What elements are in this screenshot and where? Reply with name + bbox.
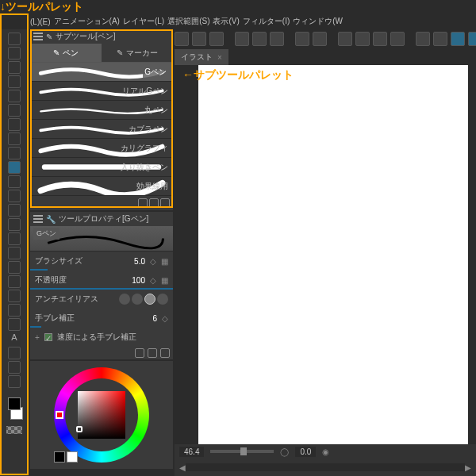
scroll-left-icon[interactable]: ◀ — [179, 463, 186, 472]
aa-strong-icon[interactable] — [157, 294, 168, 305]
stepper-icon[interactable]: ◇ — [150, 276, 156, 285]
snap2-icon[interactable] — [390, 32, 405, 46]
correct-line-tool[interactable] — [8, 361, 21, 374]
decoration-tool[interactable] — [8, 218, 21, 231]
brush-size-value[interactable]: 5.0 — [134, 257, 145, 266]
delete-icon[interactable] — [270, 32, 284, 46]
misc-tool[interactable] — [8, 375, 21, 388]
lasso-tool[interactable] — [8, 132, 21, 145]
menu-item[interactable]: 選択範囲(S) — [167, 16, 209, 27]
color-wheel[interactable] — [54, 367, 149, 463]
text-tool[interactable]: A — [8, 332, 21, 345]
reset-rotation-icon[interactable]: ◉ — [322, 447, 329, 456]
redo-icon[interactable] — [252, 32, 267, 46]
ruler-icon[interactable] — [416, 32, 430, 46]
pen-tool[interactable] — [8, 161, 21, 174]
frame-tool[interactable] — [8, 304, 21, 317]
auto-select-tool[interactable] — [8, 118, 21, 131]
aa-weak-icon[interactable] — [132, 294, 143, 305]
move-tool[interactable] — [8, 47, 21, 60]
blend-tool[interactable] — [8, 247, 21, 259]
gradient-tool[interactable] — [8, 275, 21, 288]
hue-cursor[interactable] — [56, 411, 63, 419]
zoom-value[interactable]: 46.4 — [179, 447, 204, 457]
stabilize-value[interactable]: 6 — [152, 314, 157, 323]
menu-item[interactable]: (L)(E) — [30, 17, 51, 26]
stepper-icon[interactable]: ◇ — [150, 257, 156, 266]
circle-icon[interactable]: ◯ — [280, 447, 289, 456]
snap-icon[interactable] — [373, 32, 387, 46]
layer-move-tool[interactable] — [8, 90, 21, 102]
asset-icon[interactable] — [313, 32, 327, 46]
zoom-slider[interactable] — [210, 450, 274, 453]
checkbox[interactable]: ✓ — [44, 333, 52, 341]
figure-tool[interactable] — [8, 290, 21, 302]
horizontal-scrollbar[interactable] — [186, 463, 465, 471]
aa-none-icon[interactable] — [119, 294, 130, 305]
stabilize-row[interactable]: 手ブレ補正 6 ◇ — [30, 309, 173, 328]
scroll-right-icon[interactable]: ▶ — [465, 463, 471, 472]
delete-subtool-icon[interactable] — [160, 198, 170, 208]
eraser-tool[interactable] — [8, 232, 21, 245]
wrench-icon[interactable] — [160, 348, 170, 358]
subtool-item-effectline[interactable]: 効果線用 — [30, 177, 173, 196]
brush-tool[interactable] — [8, 190, 21, 202]
expand-icon[interactable]: + — [35, 333, 40, 342]
perspective-icon[interactable] — [433, 32, 447, 46]
opacity-row[interactable]: 不透明度 100 ◇ ▦ — [30, 271, 173, 290]
zoom-tool[interactable] — [8, 33, 21, 45]
dynamics-icon[interactable]: ▦ — [161, 276, 168, 285]
marquee-tool[interactable] — [8, 104, 21, 117]
add-subtool-icon[interactable] — [149, 198, 159, 208]
tab-marker[interactable]: ✎ マーカー — [102, 44, 173, 63]
subtool-item-marupen[interactable]: 丸ペン — [30, 101, 173, 120]
ruler-tool[interactable] — [8, 318, 21, 331]
duplicate-subtool-icon[interactable] — [138, 198, 148, 208]
snap-grid-icon[interactable] — [468, 32, 476, 46]
opacity-value[interactable]: 100 — [132, 276, 145, 285]
menu-item[interactable]: アニメーション(A) — [54, 16, 120, 27]
pencil-tool[interactable] — [8, 175, 21, 188]
snap-ruler-icon[interactable] — [451, 32, 465, 46]
reset-icon[interactable] — [135, 348, 144, 358]
sub-color-swatch[interactable] — [67, 451, 78, 463]
dynamics-icon[interactable]: ▦ — [161, 257, 168, 266]
close-icon[interactable]: × — [217, 53, 222, 62]
eyedropper-tool[interactable] — [8, 147, 21, 159]
subtool-item-real-gpen[interactable]: リアルGペン — [30, 82, 173, 101]
tab-pen[interactable]: ✎ ペン — [30, 44, 102, 63]
foreground-color-swatch[interactable] — [8, 397, 21, 410]
canvas[interactable] — [198, 65, 468, 444]
new-file-icon[interactable] — [175, 32, 189, 46]
main-color-swatch[interactable] — [54, 451, 65, 463]
marquee-icon[interactable] — [355, 32, 370, 46]
fill-tool[interactable] — [8, 261, 21, 274]
sv-cursor[interactable] — [76, 426, 83, 432]
saturation-value-box[interactable] — [78, 391, 125, 439]
balloon-tool[interactable] — [8, 347, 21, 359]
hand-tool[interactable] — [8, 61, 21, 74]
undo-icon[interactable] — [235, 32, 249, 46]
airbrush-tool[interactable] — [8, 204, 21, 217]
antialias-options[interactable] — [119, 294, 168, 305]
subtool-item-gpen[interactable]: Gペン — [30, 63, 173, 82]
menu-item[interactable]: 表示(V) — [213, 16, 239, 27]
subtool-item-tapered[interactable]: 入り抜きペン — [30, 158, 173, 177]
operation-tool[interactable] — [8, 75, 21, 88]
subtool-item-calligraphy[interactable]: カリグラフィ — [30, 139, 173, 158]
rotation-value[interactable]: 0.0 — [295, 447, 316, 457]
property-header[interactable]: 🔧 ツールプロパティ[Gペン] — [30, 212, 173, 226]
menu-item[interactable]: ウィンドウ(W — [293, 16, 343, 27]
brush-size-row[interactable]: ブラシサイズ 5.0 ◇ ▦ — [30, 251, 173, 271]
canvas-tab[interactable]: イラスト × — [175, 49, 228, 65]
register-icon[interactable] — [148, 348, 157, 358]
menu-icon[interactable] — [33, 215, 43, 223]
menu-item[interactable]: レイヤー(L) — [123, 16, 164, 27]
subtool-item-kabura[interactable]: カブラペン — [30, 120, 173, 139]
aa-medium-icon[interactable] — [144, 294, 155, 305]
open-file-icon[interactable] — [192, 32, 206, 46]
cloud-icon[interactable] — [295, 32, 309, 46]
transparent-color-swatch[interactable] — [6, 426, 22, 434]
menu-item[interactable]: フィルター(I) — [243, 16, 290, 27]
stepper-icon[interactable]: ◇ — [162, 314, 168, 323]
